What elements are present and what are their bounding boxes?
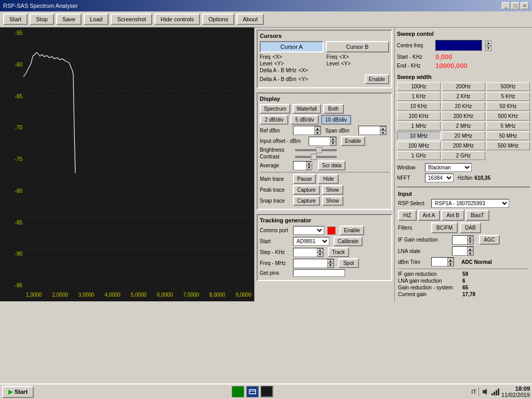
load-button[interactable]: Load	[84, 14, 109, 25]
sw-5mhz[interactable]: 5 MHz	[486, 122, 530, 130]
pins-input[interactable]	[293, 269, 345, 277]
brightness-slider-track[interactable]	[295, 149, 337, 151]
sw-100khz[interactable]: 100 KHz	[397, 112, 441, 121]
ref-dbm-input[interactable]: -50	[294, 127, 314, 134]
ant-b-button[interactable]: Ant B	[441, 210, 464, 221]
hide-controls-button[interactable]: Hide controls	[154, 14, 200, 25]
if-gain-spinbox[interactable]: 40 ▲ ▼	[452, 235, 474, 245]
contrast-slider-thumb[interactable]	[311, 154, 317, 160]
if-gain-up[interactable]: ▲	[467, 236, 473, 240]
sw-2ghz[interactable]: 2 GHz	[442, 151, 485, 160]
sw-100hz[interactable]: 100Hz	[397, 82, 441, 91]
freq-up[interactable]: ▲	[327, 259, 334, 263]
hi-z-button[interactable]: HiZ	[398, 210, 417, 221]
contrast-slider-track[interactable]	[295, 156, 337, 158]
span-dbm-up[interactable]: ▲	[380, 126, 386, 130]
sw-50mhz[interactable]: 50 MHz	[486, 131, 530, 140]
spot-button[interactable]: Spot	[338, 258, 359, 268]
input-offset-input[interactable]: 0,0	[309, 138, 330, 144]
lna-down[interactable]: ▼	[467, 251, 473, 255]
sw-200khz[interactable]: 200 KHz	[442, 112, 485, 121]
sw-2mhz[interactable]: 2 MHz	[442, 122, 485, 130]
average-up[interactable]: ▲	[306, 162, 312, 166]
ref-dbm-spinbox[interactable]: -50 ▲ ▼	[293, 126, 321, 135]
input-offset-spinbox[interactable]: 0,0 ▲ ▼	[309, 137, 337, 146]
sw-500khz[interactable]: 500 KHz	[486, 112, 530, 121]
options-button[interactable]: Options	[202, 14, 234, 25]
bc-fm-button[interactable]: BC/FM	[431, 222, 458, 233]
input-offset-up[interactable]: ▲	[330, 137, 336, 141]
brightness-slider-thumb[interactable]	[316, 147, 322, 153]
dbm-trim-up[interactable]: ▲	[447, 258, 454, 262]
average-spinbox[interactable]: 16 ▲ ▼	[293, 161, 312, 170]
centre-freq-up[interactable]: ▲	[485, 41, 491, 46]
dbm-trim-input[interactable]: 0,0	[432, 259, 447, 265]
if-gain-down[interactable]: ▼	[467, 240, 473, 244]
if-gain-input[interactable]: 40	[453, 236, 467, 243]
stop-button[interactable]: Stop	[30, 14, 54, 25]
cursor-b-button[interactable]: Cursor B	[326, 41, 390, 52]
waterfall-button[interactable]: Waterfall	[292, 104, 321, 114]
dab-button[interactable]: DAB	[460, 222, 481, 233]
start-button[interactable]: Start	[3, 14, 28, 25]
sw-500hz[interactable]: 500Hz	[486, 82, 530, 91]
taskbar-app-2[interactable]	[246, 386, 259, 397]
dbm-trim-down[interactable]: ▼	[447, 262, 454, 266]
sw-5khz[interactable]: 5 KHz	[486, 92, 530, 101]
lna-input[interactable]: 0	[453, 248, 467, 255]
snap-show-button[interactable]: Show	[322, 196, 343, 206]
2db-button[interactable]: 2 dB/div	[260, 115, 288, 125]
taskbar-app-1[interactable]	[232, 386, 244, 397]
5db-button[interactable]: 5 dB/div	[290, 115, 319, 125]
input-offset-down[interactable]: ▼	[330, 141, 336, 145]
centre-freq-input[interactable]: 5,000000	[435, 40, 482, 51]
peak-show-button[interactable]: Show	[322, 185, 343, 195]
pause-button[interactable]: Pause	[293, 174, 316, 184]
taskbar-app-3[interactable]	[261, 386, 273, 397]
freq-down[interactable]: ▼	[327, 263, 334, 268]
freq-spinbox[interactable]: 40,000000 ▲ ▼	[293, 259, 334, 268]
step-input[interactable]: 10,00	[294, 249, 317, 256]
sw-500mhz[interactable]: 500 MHz	[486, 141, 530, 150]
track-button[interactable]: Track	[328, 247, 349, 257]
cursor-enable-button[interactable]: Enable	[365, 74, 389, 84]
sw-10mhz[interactable]: 10 MHz	[397, 131, 441, 140]
average-input[interactable]: 16	[294, 162, 306, 169]
tracking-start-select[interactable]: AD9851	[293, 237, 329, 246]
taskbar-start-button[interactable]: ▶ Start	[2, 386, 34, 398]
span-dbm-input[interactable]: 50	[359, 127, 380, 134]
screenshot-button[interactable]: Screenshot	[111, 14, 152, 25]
calibrate-button[interactable]: Calibrate	[334, 236, 363, 246]
step-spinbox[interactable]: 10,00 ▲ ▼	[293, 248, 324, 257]
peak-capture-button[interactable]: Capture	[293, 185, 320, 195]
tracking-enable-button[interactable]: Enable	[340, 225, 364, 235]
lna-up[interactable]: ▲	[467, 247, 473, 251]
spectrum-button[interactable]: Spectrum	[260, 104, 290, 114]
close-btn[interactable]: ×	[521, 2, 529, 9]
snap-capture-button[interactable]: Capture	[293, 196, 320, 206]
window-select[interactable]: Blackman Hanning Hamming Flat top Rectan…	[425, 163, 472, 172]
sw-1khz[interactable]: 1 KHz	[397, 92, 441, 101]
agc-button[interactable]: AGC	[479, 235, 500, 245]
comms-port-select[interactable]	[293, 226, 324, 235]
span-dbm-spinbox[interactable]: 50 ▲ ▼	[358, 126, 387, 135]
sw-10khz[interactable]: 10 KHz	[397, 102, 441, 111]
sw-50khz[interactable]: 50 KHz	[486, 102, 530, 111]
step-down[interactable]: ▼	[317, 252, 323, 257]
both-button[interactable]: Both	[323, 104, 344, 114]
average-down[interactable]: ▼	[306, 166, 312, 170]
ant-a-button[interactable]: Ant A	[418, 210, 441, 221]
sw-20khz[interactable]: 20 KHz	[442, 102, 485, 111]
about-button[interactable]: About	[236, 14, 264, 25]
save-button[interactable]: Save	[56, 14, 82, 25]
sw-200hz[interactable]: 200Hz	[442, 82, 485, 91]
10db-button[interactable]: 10 dB/div	[321, 115, 351, 125]
hide-button[interactable]: Hide	[318, 174, 339, 184]
bias-t-button[interactable]: BiasT	[466, 210, 489, 221]
scr-data-button[interactable]: Scr data	[318, 161, 345, 170]
nfft-select[interactable]: 16384	[425, 174, 454, 182]
sw-2khz[interactable]: 2 KHz	[442, 92, 485, 101]
maximize-btn[interactable]: □	[511, 2, 520, 9]
freq-input[interactable]: 40,000000	[294, 260, 327, 267]
cursor-a-button[interactable]: Cursor A	[260, 41, 324, 52]
